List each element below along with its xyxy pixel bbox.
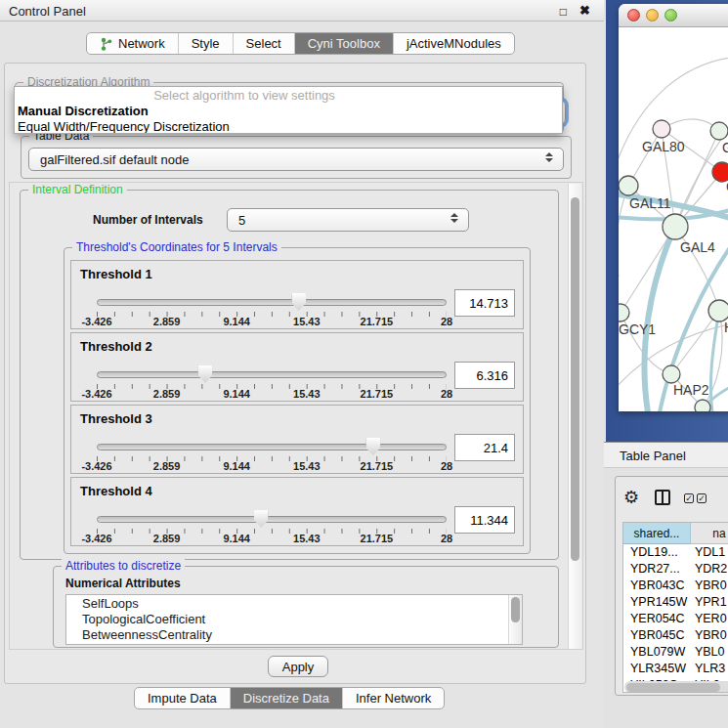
table-cell[interactable]: YER0 xyxy=(691,611,728,627)
slider-thumb[interactable] xyxy=(197,365,212,383)
threshold-1-slider[interactable] xyxy=(97,296,447,310)
float-window-icon[interactable]: □ xyxy=(560,5,567,19)
tick-label: 21.715 xyxy=(361,388,394,400)
tick-label: 15.43 xyxy=(293,316,321,327)
slider-track xyxy=(97,444,447,450)
scrollbar-thumb[interactable] xyxy=(511,597,520,622)
attribute-item-betweennesscentrality[interactable]: BetweennessCentrality xyxy=(66,626,522,642)
tab-jactivemnodules[interactable]: jActiveMNodules xyxy=(394,33,514,54)
settings-gear-icon[interactable]: ⚙ xyxy=(623,487,639,508)
table-horizontal-scrollbar[interactable] xyxy=(624,681,728,693)
label-hap2: HAP2 xyxy=(673,382,709,398)
attribute-item-selfloops[interactable]: SelfLoops xyxy=(66,595,522,611)
threshold-2-slider[interactable] xyxy=(97,368,447,382)
check-all-icon[interactable]: ✓ xyxy=(684,493,694,503)
table-cell[interactable]: YDR2 xyxy=(691,561,728,578)
table-cell[interactable]: YBR045C xyxy=(623,627,691,644)
node-bottom[interactable] xyxy=(695,400,710,411)
table-row[interactable]: YBL079WYBL0 xyxy=(623,644,728,661)
node-hap2[interactable] xyxy=(663,365,680,383)
attributes-scrollbar[interactable] xyxy=(508,595,522,644)
node-ga[interactable] xyxy=(710,122,728,140)
table-row[interactable]: YBR043CYBR0 xyxy=(623,578,728,594)
attribute-item-topologicalcoefficient[interactable]: TopologicalCoefficient xyxy=(66,611,522,626)
tab-discretize-data[interactable]: Discretize Data xyxy=(231,688,343,708)
cyni-mode-tab-bar: Impute DataDiscretize DataInfer Network xyxy=(134,687,445,709)
interval-definition-title: Interval Definition xyxy=(28,183,127,196)
mac-zoom-icon[interactable] xyxy=(664,9,677,21)
tick-label: 21.715 xyxy=(361,316,394,327)
network-view-frame: GAL80 GA C GAL11 GAL4 GCY1 H HAP2 xyxy=(606,0,728,442)
threshold-2-value-field[interactable]: 6.316 xyxy=(454,362,515,389)
threshold-4-slider[interactable] xyxy=(97,513,447,527)
table-row[interactable]: YPR145WYPR1 xyxy=(623,594,728,611)
tick-label: 9.144 xyxy=(223,533,250,544)
table-row[interactable]: YBR045CYBR0 xyxy=(623,627,728,644)
close-panel-icon[interactable]: ✖ xyxy=(579,3,590,18)
table-cell[interactable]: YBR0 xyxy=(691,578,728,594)
table-cell[interactable]: YBL0 xyxy=(691,644,728,661)
table-cell[interactable]: YDL1 xyxy=(691,544,728,561)
tab-label: jActiveMNodules xyxy=(407,36,501,51)
tick-label: 21.715 xyxy=(361,533,394,544)
label-gcy1: GCY1 xyxy=(619,321,656,337)
tab-network[interactable]: Network xyxy=(87,33,179,54)
threshold-3-value-field[interactable]: 21.4 xyxy=(454,434,515,461)
node-gal4[interactable] xyxy=(663,214,688,239)
table-data-select[interactable]: galFiltered.sif default node xyxy=(28,148,564,171)
network-canvas[interactable]: GAL80 GA C GAL11 GAL4 GCY1 H HAP2 xyxy=(619,27,728,411)
tab-style[interactable]: Style xyxy=(179,33,234,54)
slider-track xyxy=(97,516,447,523)
scrollbar-thumb[interactable] xyxy=(571,197,579,561)
thresholds-coordinates-title: Threshold's Coordinates for 5 Intervals xyxy=(72,240,281,254)
tab-impute-data[interactable]: Impute Data xyxy=(135,688,231,708)
slider-thumb[interactable] xyxy=(291,293,306,311)
slider-thumb[interactable] xyxy=(254,510,269,528)
mac-close-icon[interactable] xyxy=(627,9,640,21)
table-cell[interactable]: YPR1 xyxy=(691,594,728,611)
algorithm-prompt-option[interactable]: Select algorithm to view settings xyxy=(15,87,562,103)
tick-label: -3.426 xyxy=(81,533,111,544)
table-cell[interactable]: YBR0 xyxy=(691,627,728,644)
table-row[interactable]: YER054CYER0 xyxy=(623,611,728,627)
algorithm-option-equal-width-frequency-discretization[interactable]: Equal Width/Frequency Discretization xyxy=(15,118,562,134)
scrollbar-thumb[interactable] xyxy=(626,683,720,692)
slider-thumb[interactable] xyxy=(365,438,380,455)
settings-scrollbar[interactable] xyxy=(568,184,581,649)
column-header-name[interactable]: na xyxy=(691,523,728,544)
table-row[interactable]: YLR345WYLR3 xyxy=(623,661,728,677)
table-row[interactable]: YDL19...YDL1 xyxy=(623,544,728,561)
table-cell[interactable]: YPR145W xyxy=(623,594,691,611)
number-of-intervals-select[interactable]: 5 xyxy=(227,208,469,232)
column-header-shared-name[interactable]: shared... xyxy=(623,523,691,544)
network-graph: GAL80 GA C GAL11 GAL4 GCY1 H HAP2 xyxy=(619,27,728,411)
table-cell[interactable]: YER054C xyxy=(623,611,691,627)
split-columns-icon[interactable] xyxy=(655,490,670,505)
table-cell[interactable]: YLR3 xyxy=(691,661,728,677)
threshold-4-value-field[interactable]: 11.344 xyxy=(454,506,515,534)
node-gcy1[interactable] xyxy=(619,304,629,321)
node-gal11[interactable] xyxy=(619,176,638,195)
tab-cyni-toolbox[interactable]: Cyni Toolbox xyxy=(295,33,394,54)
algorithm-option-manual-discretization[interactable]: Manual Discretization xyxy=(15,103,562,118)
tab-select[interactable]: Select xyxy=(234,33,295,54)
mac-minimize-icon[interactable] xyxy=(646,9,659,21)
threshold-3-slider[interactable] xyxy=(97,441,447,454)
table-cell[interactable]: YDL19... xyxy=(623,544,691,561)
tick-label: 2.859 xyxy=(153,460,181,472)
table-cell[interactable]: YLR345W xyxy=(623,661,691,677)
tab-infer-network[interactable]: Infer Network xyxy=(343,688,444,708)
node-h[interactable] xyxy=(708,300,728,321)
table-row[interactable]: YDR27...YDR2 xyxy=(623,561,728,578)
tab-label: Network xyxy=(118,36,165,51)
apply-button[interactable]: Apply xyxy=(268,656,328,677)
threshold-1-value-field[interactable]: 14.713 xyxy=(454,289,515,317)
node-gal80[interactable] xyxy=(653,120,670,138)
attributes-group: Attributes to discretize Numerical Attri… xyxy=(53,566,559,648)
check-all-icon[interactable]: ✓ xyxy=(697,493,707,503)
table-cell[interactable]: YBL079W xyxy=(623,644,691,661)
table-header-row: shared... na xyxy=(623,523,728,544)
numerical-attributes-list[interactable]: SelfLoopsTopologicalCoefficientBetweenne… xyxy=(65,594,523,645)
table-cell[interactable]: YBR043C xyxy=(623,578,691,594)
table-cell[interactable]: YDR27... xyxy=(623,561,691,578)
